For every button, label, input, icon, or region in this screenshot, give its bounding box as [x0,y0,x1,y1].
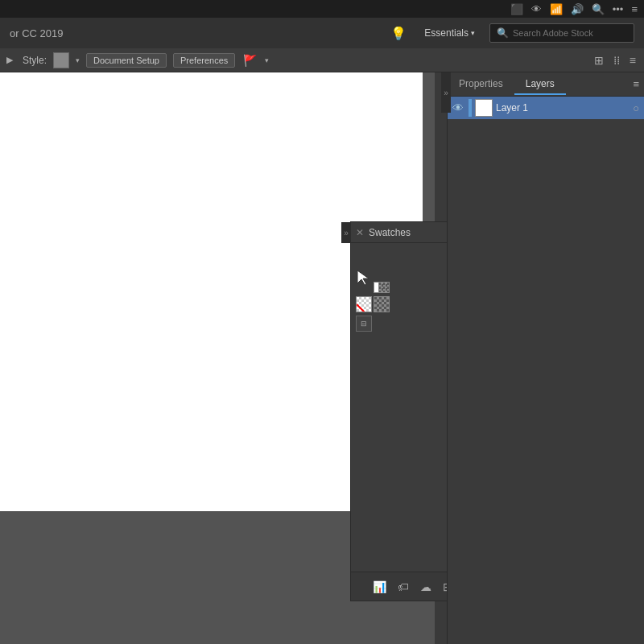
options-bar: ▶ Style: ▾ Document Setup Preferences 🚩 … [0,48,644,72]
swatches-close-icon[interactable]: ✕ [356,227,364,238]
swatches-tag-icon[interactable]: 🏷 [398,580,409,593]
system-bar: ⬛ 👁 📶 🔊 🔍 ••• ≡ [0,0,644,18]
swatch-no-color-item[interactable] [356,296,447,312]
stock-search-input[interactable] [513,28,627,38]
layer-visibility-icon[interactable]: 👁 [451,101,465,114]
bulb-icon: 💡 [390,26,407,41]
swatches-grid-icon[interactable]: ⊞ [443,580,448,593]
cursor-icon [356,269,374,287]
swatches-stats-icon[interactable]: 📊 [373,580,386,593]
sound-icon[interactable]: 🔊 [571,3,584,15]
main-area: ✕ Swatches ≡ » ☰ ⊞ [0,72,644,644]
panel-menu-icon[interactable]: ≡ [633,78,639,90]
panel-collapse-left[interactable]: » [341,222,351,243]
tab-layers[interactable]: Layers [514,74,566,95]
flag-icon[interactable]: 🚩 [243,54,257,67]
grid-view-icon[interactable]: ⊞ [594,54,604,67]
search-system-icon[interactable]: 🔍 [592,3,605,15]
style-swatch[interactable] [53,52,69,68]
wifi-icon[interactable]: 📶 [550,3,563,15]
app-title: or CC 2019 [10,27,63,39]
expand-arrow[interactable]: ▶ [6,55,13,65]
style-label: Style: [23,55,47,66]
extra-grid-icon[interactable]: ≡ [630,54,636,67]
style-chevron[interactable]: ▾ [76,56,80,64]
list-icon[interactable]: ≡ [631,3,638,15]
essentials-button[interactable]: Essentials ▾ [419,26,480,40]
layer-color-strip [469,99,472,117]
swatches-title-bar[interactable]: ✕ Swatches ≡ [351,222,447,243]
layer-lock-icon[interactable]: ○ [633,102,639,114]
document-setup-button[interactable]: Document Setup [86,53,167,68]
swatches-bottom-toolbar: 📊 🏷 ☁ ⊞ ☰ 💬 🗑 [351,572,447,601]
swatches-toolbar: ☰ ⊞ [351,243,447,266]
ellipsis-icon[interactable]: ••• [613,3,624,15]
layer-name: Layer 1 [496,102,630,114]
chevron-icon: ▾ [471,29,475,37]
swatch-icon-item[interactable]: ⊟ [356,316,447,332]
panel-tabs: Properties Layers ≡ [448,72,644,97]
panel-collapse-arrow[interactable]: » [441,72,451,113]
lines-view-icon[interactable]: ⁞⁞ [613,54,620,67]
record-icon[interactable]: ⬛ [510,3,523,15]
svg-marker-0 [357,270,369,285]
layer-thumbnail [475,99,493,117]
canvas-area: ✕ Swatches ≡ » ☰ ⊞ [0,72,447,644]
stock-search-box[interactable]: 🔍 [489,23,634,43]
essentials-label: Essentials [424,27,469,39]
swatches-panel: ✕ Swatches ≡ » ☰ ⊞ [350,221,447,601]
table-row[interactable]: 👁 Layer 1 ○ [448,97,644,119]
preferences-button[interactable]: Preferences [173,53,235,68]
swatches-content: ⊟ [351,266,447,572]
layers-panel: 👁 Layer 1 ○ [448,97,644,644]
swatches-cloud-icon[interactable]: ☁ [420,580,431,593]
swatch-cursor-item[interactable] [356,269,385,293]
swatches-title: Swatches [369,227,447,238]
tab-properties[interactable]: Properties [448,74,514,95]
flag-chevron[interactable]: ▾ [265,56,269,64]
title-bar: or CC 2019 💡 Essentials ▾ 🔍 [0,18,644,48]
stock-search-icon: 🔍 [497,27,509,39]
eye-icon[interactable]: 👁 [531,3,542,15]
right-panel: » Properties Layers ≡ 👁 Layer 1 ○ [447,72,644,644]
